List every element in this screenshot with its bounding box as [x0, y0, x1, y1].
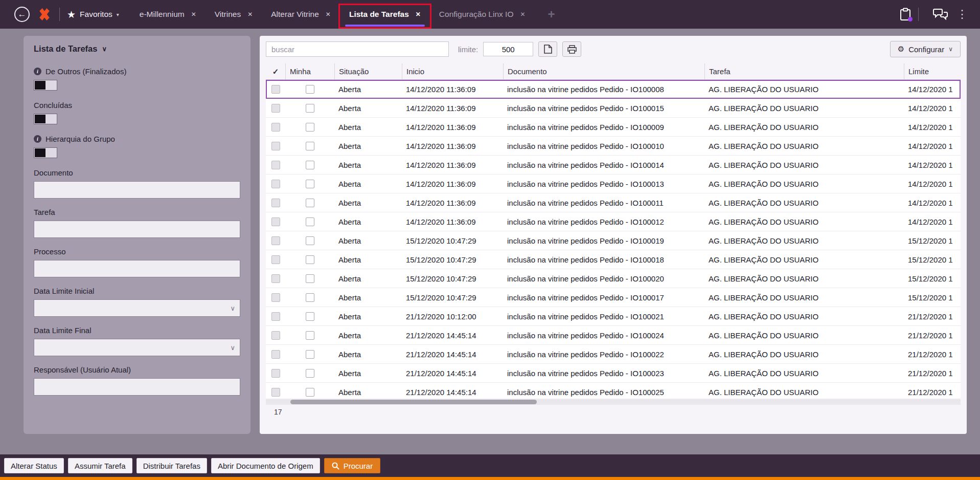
- table-row[interactable]: Aberta14/12/2020 11:36:09inclusão na vit…: [266, 156, 961, 174]
- row-cell-minha: [285, 161, 334, 169]
- button-assumir-tarefa[interactable]: Assumir Tarefa: [68, 458, 132, 473]
- clipboard-button[interactable]: [900, 8, 911, 21]
- tab-lista-de-tarefas[interactable]: Lista de Tarefas✕: [340, 0, 430, 29]
- row-select-checkbox[interactable]: [271, 104, 280, 113]
- row-select-checkbox[interactable]: [271, 350, 280, 359]
- row-select-checkbox[interactable]: [271, 255, 280, 264]
- select-data-limite-inicial[interactable]: ∨: [34, 299, 240, 317]
- minha-checkbox[interactable]: [306, 217, 314, 226]
- tab-close-icon[interactable]: ✕: [520, 11, 525, 18]
- table-row[interactable]: Aberta14/12/2020 11:36:09inclusão na vit…: [266, 212, 961, 231]
- table-row[interactable]: Aberta21/12/2020 10:12:00inclusão na vit…: [266, 307, 961, 326]
- input-tarefa[interactable]: [34, 221, 240, 238]
- minha-checkbox[interactable]: [306, 85, 314, 94]
- configure-button[interactable]: ⚙ Configurar ∨: [890, 41, 961, 57]
- tab-e-millennium[interactable]: e-Millennium✕: [130, 0, 206, 29]
- column-header-select-all[interactable]: ✓: [266, 63, 285, 79]
- minha-checkbox[interactable]: [306, 104, 314, 113]
- column-header-documento[interactable]: Documento: [503, 63, 704, 79]
- table-row[interactable]: Aberta21/12/2020 14:45:14inclusão na vit…: [266, 364, 961, 383]
- info-icon: i: [34, 68, 41, 75]
- table-row[interactable]: Aberta14/12/2020 11:36:09inclusão na vit…: [266, 118, 961, 137]
- row-select-checkbox[interactable]: [271, 274, 280, 283]
- row-select-checkbox[interactable]: [271, 142, 280, 150]
- tab-vitrines[interactable]: Vitrines✕: [206, 0, 262, 29]
- minha-checkbox[interactable]: [306, 123, 314, 132]
- button-abrir-documento-de-origem[interactable]: Abrir Documento de Origem: [211, 458, 320, 473]
- table-row[interactable]: Aberta14/12/2020 11:36:09inclusão na vit…: [266, 80, 961, 99]
- minha-checkbox[interactable]: [306, 293, 314, 302]
- column-header-situacao[interactable]: Situação: [334, 63, 402, 79]
- tab-alterar-vitrine[interactable]: Alterar Vitrine✕: [262, 0, 340, 29]
- minha-checkbox[interactable]: [306, 369, 314, 378]
- row-select-checkbox[interactable]: [271, 388, 280, 397]
- tab-close-icon[interactable]: ✕: [191, 11, 196, 18]
- row-select-checkbox[interactable]: [271, 123, 280, 132]
- minha-checkbox[interactable]: [306, 161, 314, 169]
- row-select-checkbox[interactable]: [271, 312, 280, 321]
- input-processo[interactable]: [34, 260, 240, 277]
- scrollbar-thumb[interactable]: [290, 400, 537, 404]
- sidebar-title-row[interactable]: Lista de Tarefas ∨: [34, 44, 240, 54]
- table-row[interactable]: Aberta15/12/2020 10:47:29inclusão na vit…: [266, 269, 961, 288]
- print-button[interactable]: [562, 41, 581, 57]
- row-select-checkbox[interactable]: [271, 217, 280, 226]
- toggle-label: De Outros (Finalizados): [45, 67, 126, 76]
- row-select-checkbox[interactable]: [271, 331, 280, 340]
- table-row[interactable]: Aberta21/12/2020 14:45:14inclusão na vit…: [266, 345, 961, 364]
- tab-close-icon[interactable]: ✕: [416, 11, 421, 18]
- export-button[interactable]: [538, 41, 557, 57]
- search-input[interactable]: [266, 41, 449, 57]
- toggle-de-outros-finalizados[interactable]: [34, 80, 57, 91]
- table-row[interactable]: Aberta14/12/2020 11:36:09inclusão na vit…: [266, 137, 961, 156]
- table-row[interactable]: Aberta14/12/2020 11:36:09inclusão na vit…: [266, 174, 961, 193]
- row-select-checkbox[interactable]: [271, 293, 280, 302]
- favorites-menu[interactable]: ★ Favoritos ▾: [67, 9, 119, 20]
- minha-checkbox[interactable]: [306, 180, 314, 188]
- minha-checkbox[interactable]: [306, 255, 314, 264]
- minha-checkbox[interactable]: [306, 199, 314, 207]
- toggle-concluidas[interactable]: [34, 114, 57, 124]
- toggle-hierarquia-do-grupo[interactable]: [34, 147, 57, 158]
- minha-checkbox[interactable]: [306, 274, 314, 283]
- table-row[interactable]: Aberta21/12/2020 14:45:14inclusão na vit…: [266, 383, 961, 398]
- row-select-checkbox[interactable]: [271, 161, 280, 169]
- limit-input[interactable]: [483, 42, 533, 56]
- row-cell-tarefa: AG. LIBERAÇÃO DO USUARIO: [704, 388, 904, 397]
- tab-close-icon[interactable]: ✕: [247, 11, 253, 18]
- row-select-checkbox[interactable]: [271, 180, 280, 188]
- tab-configuracao-linx-io[interactable]: Configuração Linx IO✕: [430, 0, 535, 29]
- row-select-checkbox[interactable]: [271, 199, 280, 207]
- minha-checkbox[interactable]: [306, 388, 314, 397]
- horizontal-scrollbar[interactable]: [266, 399, 961, 405]
- minha-checkbox[interactable]: [306, 142, 314, 150]
- input-responsavel-usuario-atual[interactable]: [34, 378, 240, 396]
- minha-checkbox[interactable]: [306, 331, 314, 340]
- row-select-checkbox[interactable]: [271, 85, 280, 94]
- minha-checkbox[interactable]: [306, 236, 314, 245]
- chat-button[interactable]: [933, 8, 948, 20]
- column-header-tarefa[interactable]: Tarefa: [704, 63, 904, 79]
- overflow-menu-button[interactable]: ⋮: [955, 9, 969, 20]
- column-header-minha[interactable]: Minha: [285, 63, 334, 79]
- procurar-button[interactable]: Procurar: [324, 458, 381, 473]
- minha-checkbox[interactable]: [306, 350, 314, 359]
- table-row[interactable]: Aberta15/12/2020 10:47:29inclusão na vit…: [266, 231, 961, 250]
- column-header-limite[interactable]: Limite: [904, 63, 961, 79]
- row-select-checkbox[interactable]: [271, 369, 280, 378]
- row-select-checkbox[interactable]: [271, 236, 280, 245]
- table-row[interactable]: Aberta15/12/2020 10:47:29inclusão na vit…: [266, 250, 961, 269]
- back-button[interactable]: ←: [14, 7, 30, 22]
- table-row[interactable]: Aberta14/12/2020 11:36:09inclusão na vit…: [266, 99, 961, 118]
- button-distribuir-tarefas[interactable]: Distribuir Tarefas: [136, 458, 207, 473]
- button-alterar-status[interactable]: Alterar Status: [4, 458, 64, 473]
- table-row[interactable]: Aberta15/12/2020 10:47:29inclusão na vit…: [266, 288, 961, 307]
- select-data-limite-final[interactable]: ∨: [34, 339, 240, 356]
- column-header-inicio[interactable]: Inicio: [402, 63, 503, 79]
- tab-close-icon[interactable]: ✕: [326, 11, 331, 18]
- minha-checkbox[interactable]: [306, 312, 314, 321]
- table-row[interactable]: Aberta21/12/2020 14:45:14inclusão na vit…: [266, 326, 961, 345]
- table-row[interactable]: Aberta14/12/2020 11:36:09inclusão na vit…: [266, 193, 961, 212]
- new-tab-button[interactable]: +: [548, 8, 555, 20]
- input-documento[interactable]: [34, 181, 240, 199]
